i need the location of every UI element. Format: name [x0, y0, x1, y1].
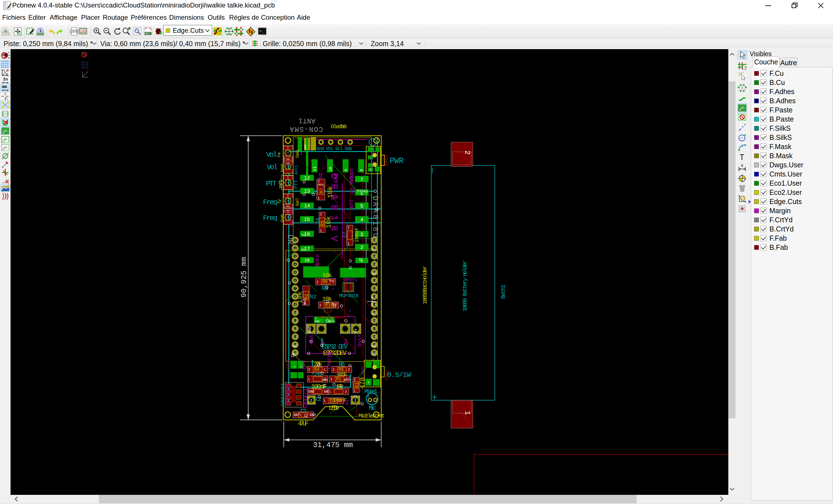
svg-text:Bath1: Bath1: [500, 284, 506, 299]
svg-text:CON-SMA: CON-SMA: [290, 125, 323, 133]
svg-text:10k: 10k: [322, 272, 332, 279]
svg-text:N73_Speaker: N73_Speaker: [318, 315, 344, 320]
svg-text:Freq: Freq: [263, 214, 278, 222]
svg-text:11: 11: [313, 166, 317, 171]
svg-text:2: 2: [294, 247, 296, 250]
svg-text:BAT+: BAT+: [344, 378, 351, 382]
svg-text:10: 10: [329, 167, 333, 171]
svg-text:N: N: [741, 164, 743, 168]
svg-text:R8: R8: [323, 279, 328, 284]
svg-text:SDA: SDA: [372, 273, 376, 275]
svg-text:GND: GND: [315, 320, 319, 323]
svg-text:SPST: SPST: [383, 154, 389, 167]
svg-text:Oled96: Oled96: [331, 124, 347, 130]
svg-text:R3: R3: [354, 382, 359, 388]
svg-text:1: 1: [330, 377, 332, 381]
svg-text:5V: 5V: [354, 329, 358, 333]
svg-text:6: 6: [361, 192, 363, 196]
svg-text:Mike: Mike: [315, 254, 320, 267]
svg-text:GND: GND: [371, 345, 376, 348]
svg-text:6: 6: [294, 279, 296, 282]
svg-text:27: 27: [372, 327, 376, 331]
svg-text:V+: V+: [277, 153, 281, 157]
svg-text:PTT: PTT: [266, 180, 277, 188]
svg-text:Freq: Freq: [263, 198, 278, 206]
svg-text:MicElectret: MicElectret: [358, 413, 385, 419]
svg-text:R9: R9: [315, 218, 320, 223]
svg-text:SW5: SW5: [295, 149, 300, 158]
svg-text:U8(DRA818U: U8(DRA818U: [289, 207, 293, 227]
svg-text:9: 9: [294, 303, 296, 306]
svg-text:0.5/1W: 0.5/1W: [387, 371, 411, 379]
svg-text:19: 19: [372, 263, 376, 266]
svg-text:SW4: SW4: [280, 164, 285, 172]
svg-text:SW7: SW7: [295, 198, 300, 206]
svg-text:1: 1: [287, 176, 289, 179]
svg-text:C7: C7: [342, 231, 347, 237]
svg-text:21: 21: [372, 279, 376, 282]
svg-text:BAT+: BAT+: [294, 413, 302, 417]
svg-text:2: 2: [348, 368, 350, 372]
svg-text:R2: R2: [310, 294, 316, 300]
svg-text:>_: >_: [259, 29, 264, 33]
svg-text:Vcc: Vcc: [332, 302, 338, 306]
svg-text:1: 1: [287, 194, 289, 197]
svg-text:2: 2: [320, 212, 322, 217]
svg-text:v2: v2: [344, 399, 350, 405]
svg-text:AMPAUD1: AMPAUD1: [280, 383, 285, 406]
svg-text:R6: R6: [338, 367, 344, 372]
svg-text:SV2: SV2: [361, 367, 366, 375]
svg-text:GND: GND: [310, 413, 316, 417]
svg-text:Mike1: Mike1: [364, 388, 378, 395]
svg-text:L: L: [308, 377, 310, 381]
svg-text:28: 28: [372, 335, 376, 338]
svg-text:ATT: ATT: [349, 199, 355, 209]
svg-text:DRA818U: DRA818U: [371, 196, 379, 237]
svg-text:GND: GND: [308, 326, 312, 333]
svg-text:SW1: SW1: [278, 180, 284, 188]
svg-text:Mic: Mic: [369, 405, 376, 411]
svg-text:SW6: SW6: [280, 214, 285, 223]
svg-text:10k: 10k: [322, 296, 332, 303]
svg-text:Gnd Vcc Scl Sda: Gnd Vcc Scl Sda: [316, 146, 352, 151]
svg-text:AMPAUD1: AMPAUD1: [285, 383, 291, 406]
svg-text:PTT: PTT: [293, 180, 299, 189]
svg-text:MCP4018: MCP4018: [339, 293, 359, 299]
svg-text:15: 15: [304, 217, 310, 222]
svg-text:16: 16: [372, 239, 376, 242]
svg-text:2: 2: [308, 368, 310, 372]
svg-text:PWR: PWR: [389, 156, 404, 166]
svg-text:R9: R9: [320, 221, 325, 226]
svg-text:R7: R7: [313, 189, 318, 194]
svg-text:In: In: [3, 77, 8, 82]
svg-text:90,925 mm: 90,925 mm: [240, 257, 248, 298]
svg-text:1: 1: [333, 368, 335, 372]
svg-text:23: 23: [372, 295, 376, 298]
svg-text:2: 2: [354, 378, 356, 382]
svg-text:Out+: Out+: [357, 334, 363, 347]
svg-text:NET: NET: [145, 32, 150, 35]
svg-text:2: 2: [310, 399, 312, 403]
svg-text:F+: F+: [277, 199, 281, 203]
svg-text:H/L: H/L: [349, 175, 355, 184]
svg-text:7: 7: [360, 177, 363, 183]
svg-text:12: 12: [304, 175, 310, 181]
svg-text:4: 4: [360, 217, 363, 223]
svg-text:31,475 mm: 31,475 mm: [313, 441, 353, 449]
svg-text:26: 26: [372, 319, 376, 323]
svg-text:TX: TX: [301, 233, 305, 237]
svg-text:RX: RX: [372, 313, 375, 316]
svg-text:18650BattHolder: 18650BattHolder: [422, 266, 428, 304]
svg-text:9: 9: [344, 169, 348, 171]
svg-text:1: 1: [347, 242, 349, 246]
svg-text:RX: RX: [301, 248, 305, 251]
svg-text:L: L: [324, 399, 326, 403]
svg-text:Vcc: Vcc: [329, 279, 335, 282]
svg-text:L: L: [324, 368, 326, 372]
svg-text:13: 13: [293, 335, 297, 338]
svg-text:L: L: [315, 317, 317, 320]
svg-text:14: 14: [304, 203, 310, 209]
svg-text:3: 3: [367, 381, 369, 384]
svg-text:Net-(ANT1-Pad1): Net-(ANT1-Pad1): [305, 142, 309, 175]
svg-text:4: 4: [294, 263, 296, 266]
